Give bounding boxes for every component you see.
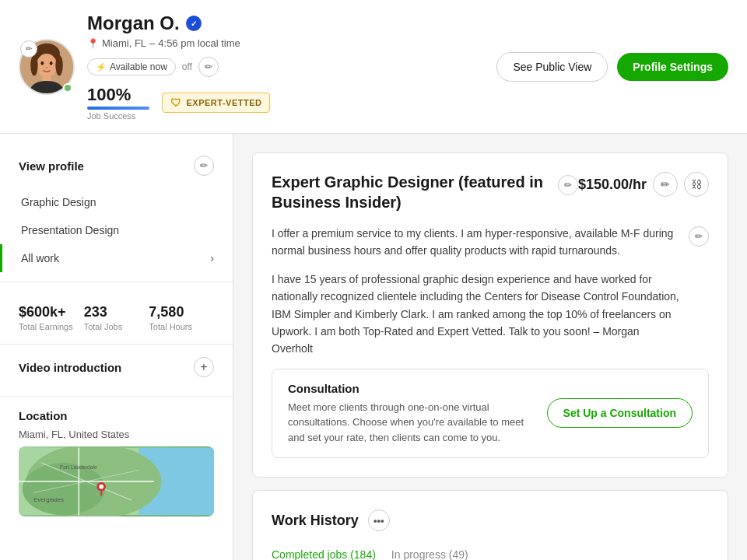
user-localtime: 4:56 pm local time — [158, 37, 240, 49]
svg-point-9 — [55, 54, 62, 75]
consultation-box: Consultation Meet more clients through o… — [272, 369, 709, 459]
profile-settings-button[interactable]: Profile Settings — [617, 53, 728, 81]
svg-point-13 — [23, 463, 105, 516]
work-history-section: Work History ••• Completed jobs (184) In… — [252, 490, 728, 560]
online-status-dot — [63, 83, 72, 93]
job-success-label: Job Success — [87, 111, 149, 121]
profile-header-row: Expert Graphic Designer (featured in Bus… — [272, 172, 709, 212]
user-info: Morgan O. ✓ 📍 Miami, FL – 4:56 pm local … — [87, 12, 484, 121]
pencil-icon: ✏ — [661, 178, 670, 191]
main-content: View profile ✏ Graphic Design Presentati… — [0, 134, 747, 560]
location-pin-icon: 📍 — [87, 38, 99, 49]
rate-block: $150.00/hr ✏ ⛓ — [578, 172, 709, 197]
location-section-row: Location — [19, 409, 214, 422]
profile-title-block: Expert Graphic Designer (featured in Bus… — [272, 172, 578, 212]
profile-title-edit-button[interactable]: ✏ — [558, 175, 578, 195]
svg-point-4 — [50, 61, 53, 65]
progress-bar-fill — [87, 107, 149, 110]
consultation-info: Consultation Meet more clients through o… — [288, 382, 535, 446]
pencil-icon: ✏ — [26, 44, 32, 53]
availability-row: ⚡ Available now off ✏ — [87, 57, 484, 77]
location-section: Location Miami, FL, United States — [0, 396, 233, 529]
stat-value: 7,580 — [149, 304, 214, 320]
sidebar-item-graphic-design[interactable]: Graphic Design — [0, 188, 233, 216]
right-content: Expert Graphic Designer (featured in Bus… — [233, 134, 747, 560]
tab-completed-jobs[interactable]: Completed jobs (184) — [272, 544, 376, 560]
progress-bar — [87, 107, 149, 110]
user-location: Miami, FL — [102, 37, 146, 49]
left-sidebar: View profile ✏ Graphic Design Presentati… — [0, 134, 233, 560]
bio-content: I offer a premium service to my clients.… — [272, 225, 679, 369]
header-actions: See Public View Profile Settings — [496, 52, 728, 82]
map-svg: Fort Lauderdale Everglades — [19, 446, 214, 516]
rate-text: $150.00/hr — [578, 177, 647, 193]
shield-icon: 🛡 — [170, 96, 182, 109]
chevron-right-icon: › — [210, 252, 214, 264]
svg-point-5 — [46, 67, 48, 68]
stat-total-earnings: $600k+ Total Earnings — [19, 304, 84, 331]
see-public-view-button[interactable]: See Public View — [496, 52, 608, 82]
availability-label: Available now — [110, 61, 167, 72]
location-separator: – — [149, 37, 155, 49]
sidebar-stats: $600k+ Total Earnings 233 Total Jobs 7,5… — [0, 292, 233, 344]
work-history-header: Work History ••• — [272, 509, 709, 531]
job-success-block: 100% Job Success — [87, 85, 149, 121]
stat-value: $600k+ — [19, 304, 84, 320]
view-profile-label: View profile — [19, 159, 84, 173]
set-up-consultation-button[interactable]: Set Up a Consultation — [547, 398, 693, 428]
rate-edit-button[interactable]: ✏ — [653, 172, 678, 197]
svg-text:Everglades: Everglades — [33, 496, 64, 503]
verified-badge: ✓ — [186, 16, 202, 31]
svg-text:Fort Lauderdale: Fort Lauderdale — [60, 464, 97, 470]
stat-value: 233 — [84, 304, 149, 320]
sidebar-item-label: All work — [21, 252, 59, 264]
rate-link-button[interactable]: ⛓ — [684, 172, 709, 197]
sidebar-item-all-work[interactable]: All work › — [0, 244, 233, 272]
top-header: ✏ Morgan O. ✓ 📍 Miami, FL – 4:56 pm loca… — [0, 0, 747, 134]
consultation-title: Consultation — [288, 382, 535, 395]
tab-in-progress[interactable]: In progress (49) — [391, 544, 468, 560]
stat-label: Total Jobs — [84, 322, 149, 331]
stats-row: 100% Job Success 🛡 EXPERT-VETTED — [87, 85, 484, 121]
bio-edit-row: I offer a premium service to my clients.… — [272, 225, 709, 369]
bio-paragraph-2: I have 15 years of professional graphic … — [272, 271, 679, 358]
location-row: 📍 Miami, FL – 4:56 pm local time — [87, 37, 484, 49]
pencil-icon: ✏ — [564, 180, 572, 191]
work-history-title: Work History — [272, 513, 359, 529]
work-history-more-button[interactable]: ••• — [368, 509, 390, 531]
stat-label: Total Earnings — [19, 322, 84, 331]
avatar-wrapper: ✏ — [19, 39, 75, 95]
svg-point-2 — [37, 54, 57, 77]
work-history-tabs: Completed jobs (184) In progress (49) — [272, 544, 709, 560]
location-label: Location — [19, 409, 68, 422]
lightning-icon: ⚡ — [96, 62, 107, 72]
link-icon: ⛓ — [691, 178, 702, 191]
svg-point-8 — [30, 54, 37, 75]
tab-label: In progress (49) — [391, 548, 468, 560]
sidebar-item-label: Presentation Design — [21, 224, 119, 236]
plus-icon: + — [200, 361, 207, 373]
profile-title-section: Expert Graphic Designer (featured in Bus… — [252, 152, 728, 478]
user-name: Morgan O. — [87, 12, 180, 34]
user-name-row: Morgan O. ✓ — [87, 12, 484, 34]
stat-total-hours: 7,580 Total Hours — [149, 304, 214, 331]
page-wrapper: ✏ Morgan O. ✓ 📍 Miami, FL – 4:56 pm loca… — [0, 0, 747, 560]
availability-badge: ⚡ Available now — [87, 58, 176, 75]
sidebar-divider-1 — [0, 282, 233, 282]
video-intro-add-button[interactable]: + — [194, 357, 214, 377]
job-success-pct: 100% — [87, 85, 149, 105]
availability-edit-button[interactable]: ✏ — [198, 57, 219, 77]
video-intro-row: Video introduction + — [19, 357, 214, 377]
expert-vetted-badge: 🛡 EXPERT-VETTED — [162, 93, 270, 113]
avatar-edit-button[interactable]: ✏ — [20, 40, 37, 58]
pencil-icon: ✏ — [200, 160, 208, 171]
svg-point-3 — [40, 61, 44, 65]
expert-vetted-label: EXPERT-VETTED — [187, 98, 262, 107]
tab-label: Completed jobs (184) — [272, 548, 376, 560]
more-dots-icon: ••• — [374, 515, 384, 527]
bio-edit-button[interactable]: ✏ — [689, 226, 709, 247]
stat-label: Total Hours — [149, 322, 214, 331]
map-image: Fort Lauderdale Everglades — [19, 446, 214, 516]
view-profile-edit-button[interactable]: ✏ — [194, 156, 214, 176]
sidebar-item-presentation-design[interactable]: Presentation Design — [0, 216, 233, 244]
